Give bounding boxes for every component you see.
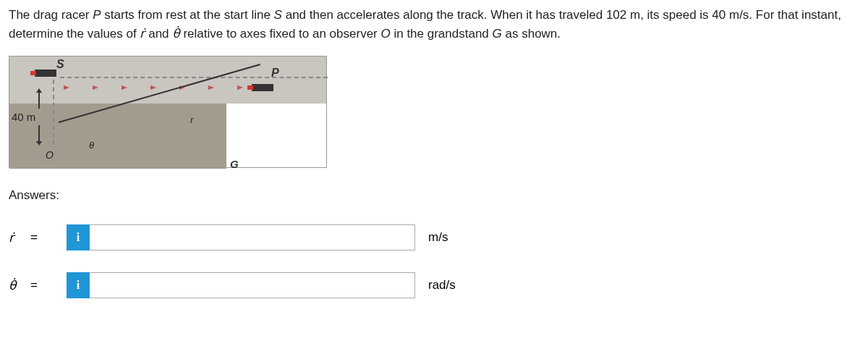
thetadot-input[interactable] bbox=[90, 272, 415, 298]
theta-label: θ bbox=[89, 140, 94, 151]
g-label: G bbox=[230, 158, 239, 170]
equals-sign: = bbox=[30, 230, 67, 245]
problem-text-4: and bbox=[145, 27, 172, 41]
var-g: G bbox=[493, 27, 502, 41]
answer-row-rdot: ṙ = i m/s bbox=[9, 224, 859, 251]
car-at-p-icon bbox=[252, 84, 273, 91]
origin-label: O bbox=[46, 149, 54, 161]
problem-statement: The drag racer P starts from rest at the… bbox=[9, 6, 859, 43]
rdot-variable: ṙ bbox=[9, 230, 30, 245]
arrow-icon bbox=[150, 85, 156, 90]
var-s: S bbox=[274, 8, 282, 22]
r-label: r bbox=[190, 114, 193, 125]
car-at-start-icon bbox=[35, 70, 56, 77]
distance-label: 40 m bbox=[12, 111, 35, 123]
info-icon[interactable]: i bbox=[67, 224, 90, 251]
arrow-icon bbox=[208, 85, 214, 90]
grandstand-area bbox=[9, 104, 226, 169]
dimension-arrow-up-icon bbox=[38, 91, 40, 109]
arrow-icon bbox=[93, 85, 98, 90]
thetadot-variable: θ̇ bbox=[9, 278, 30, 293]
direction-arrows bbox=[64, 87, 244, 88]
problem-text-1: The drag racer bbox=[9, 8, 93, 22]
var-thetadot: θ̇ bbox=[172, 27, 179, 41]
thetadot-unit: rad/s bbox=[428, 278, 456, 292]
answer-row-thetadot: θ̇ = i rad/s bbox=[9, 272, 859, 298]
rdot-input[interactable] bbox=[90, 224, 415, 251]
p-label: P bbox=[271, 67, 279, 80]
diagram: S P 40 m O θ r G bbox=[9, 56, 327, 168]
arrow-icon bbox=[64, 85, 69, 90]
track-centerline bbox=[60, 77, 328, 78]
var-p: P bbox=[93, 8, 101, 22]
start-label: S bbox=[56, 58, 64, 71]
problem-text-7: as shown. bbox=[502, 27, 561, 41]
problem-text-2: starts from rest at the start line bbox=[101, 8, 274, 22]
var-o: O bbox=[380, 27, 390, 41]
vertical-dashed bbox=[53, 80, 54, 145]
answers-heading: Answers: bbox=[9, 188, 859, 203]
dimension-arrow-down-icon bbox=[38, 125, 40, 143]
arrow-icon bbox=[237, 85, 243, 90]
problem-text-5: relative to axes fixed to an observer bbox=[180, 27, 381, 41]
info-icon[interactable]: i bbox=[67, 272, 90, 298]
problem-text-6: in the grandstand bbox=[391, 27, 493, 41]
rdot-unit: m/s bbox=[428, 230, 448, 245]
arrow-icon bbox=[122, 85, 127, 90]
equals-sign: = bbox=[30, 278, 67, 292]
